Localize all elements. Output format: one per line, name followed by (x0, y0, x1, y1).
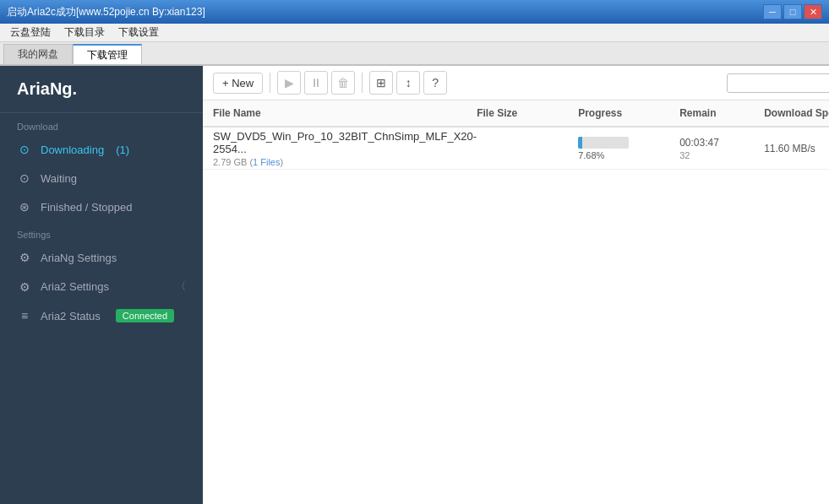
download-speed: 11.60 MB/s (764, 143, 829, 154)
sidebar-label-finished: Finished / Stopped (41, 201, 132, 214)
sidebar-logo-suffix: . (73, 79, 78, 98)
sidebar-logo: AriaNg. (0, 66, 203, 113)
toolbar-divider-2 (362, 73, 363, 93)
delete-button[interactable]: 🗑 (331, 71, 355, 95)
play-button[interactable]: ▶ (277, 71, 301, 95)
sidebar-item-waiting[interactable]: ⊙ Waiting (0, 164, 203, 192)
sidebar-item-finished[interactable]: ⊛ Finished / Stopped (0, 192, 203, 221)
file-size: 2.79 GB (1 Files) (213, 157, 477, 167)
header-download-speed: Download Speed (764, 106, 829, 121)
table-header: File Name File Size Progress Remain Down… (203, 100, 829, 127)
title-bar: 启动Aria2c成功[www.52pojie.cn By:xian123] ─ … (0, 0, 829, 24)
progress-bar-fill (578, 137, 582, 149)
table-row[interactable]: SW_DVD5_Win_Pro_10_32BIT_ChnSimp_MLF_X20… (203, 127, 829, 170)
download-icon: ⊙ (17, 143, 32, 156)
sidebar: AriaNg. Download ⊙ Downloading (1) ⊙ Wai… (0, 66, 203, 504)
chevron-icon: 〈 (176, 279, 186, 294)
toolbar-divider-1 (270, 73, 270, 93)
progress-cell: 7.68% (578, 137, 679, 160)
menu-download-list[interactable]: 下载目录 (57, 24, 112, 41)
sidebar-label-aria2-status: Aria2 Status (41, 310, 101, 322)
header-file-size: File Size (477, 106, 578, 121)
file-count-link[interactable]: 1 Files (253, 157, 280, 167)
title-text: 启动Aria2c成功[www.52pojie.cn By:xian123] (7, 5, 205, 19)
waiting-icon: ⊙ (17, 171, 32, 185)
ariang-settings-icon: ⚙ (17, 251, 32, 264)
tab-download-manager[interactable]: 下载管理 (73, 44, 142, 64)
sidebar-item-downloading[interactable]: ⊙ Downloading (1) (0, 135, 203, 164)
remain-cell: 00:03:47 32 (679, 137, 764, 160)
sidebar-section-download: Download (0, 113, 203, 135)
help-button[interactable]: ? (423, 71, 447, 95)
menu-download-settings[interactable]: 下载设置 (112, 24, 166, 41)
maximize-button[interactable]: □ (783, 4, 802, 19)
sidebar-label-aria2-settings: Aria2 Settings (41, 280, 109, 293)
minimize-button[interactable]: ─ (763, 4, 782, 19)
window-controls: ─ □ ✕ (763, 4, 822, 19)
aria2-settings-icon: ⚙ (17, 280, 32, 294)
header-file-name: File Name (213, 106, 477, 121)
sidebar-label-waiting: Waiting (41, 172, 77, 185)
menu-bar: 云盘登陆 下载目录 下载设置 (0, 24, 829, 42)
table-container: File Name File Size Progress Remain Down… (203, 100, 829, 504)
sidebar-item-ariang-settings[interactable]: ⚙ AriaNg Settings (0, 243, 203, 272)
remain-num: 32 (679, 150, 764, 160)
progress-percent: 7.68% (578, 150, 604, 160)
close-button[interactable]: ✕ (804, 4, 822, 19)
connected-badge: Connected (116, 309, 174, 322)
sidebar-item-aria2-status[interactable]: ≡ Aria2 Status Connected (0, 301, 203, 330)
header-progress: Progress (578, 106, 679, 121)
downloading-badge: (1) (116, 144, 129, 156)
sidebar-label-downloading: Downloading (41, 144, 104, 156)
file-info: SW_DVD5_Win_Pro_10_32BIT_ChnSimp_MLF_X20… (213, 130, 477, 167)
sort-button[interactable]: ↕ (396, 71, 420, 95)
main-container: AriaNg. Download ⊙ Downloading (1) ⊙ Wai… (0, 66, 829, 504)
new-button[interactable]: + New (213, 73, 263, 94)
content-area: + New ▶ ⏸ 🗑 ⊞ ↕ ? 🔍 File Name File Size … (203, 66, 829, 504)
menu-cloud[interactable]: 云盘登陆 (3, 24, 57, 41)
pause-button[interactable]: ⏸ (304, 71, 328, 95)
aria2-status-icon: ≡ (17, 309, 32, 322)
sidebar-section-settings: Settings (0, 221, 203, 243)
search-input[interactable] (734, 77, 829, 89)
toolbar: + New ▶ ⏸ 🗑 ⊞ ↕ ? 🔍 (203, 66, 829, 100)
progress-bar-container (578, 137, 629, 149)
grid-button[interactable]: ⊞ (369, 71, 393, 95)
tab-bar: 我的网盘 下载管理 (0, 42, 829, 66)
tab-my-disk[interactable]: 我的网盘 (3, 44, 73, 64)
search-box: 🔍 (727, 73, 829, 93)
sidebar-item-aria2-settings[interactable]: ⚙ Aria2 Settings 〈 (0, 272, 203, 301)
remain-time: 00:03:47 (679, 137, 764, 149)
sidebar-label-ariang-settings: AriaNg Settings (41, 252, 117, 264)
header-remain: Remain (679, 106, 764, 121)
file-name: SW_DVD5_Win_Pro_10_32BIT_ChnSimp_MLF_X20… (213, 130, 477, 155)
finished-icon: ⊛ (17, 200, 32, 214)
